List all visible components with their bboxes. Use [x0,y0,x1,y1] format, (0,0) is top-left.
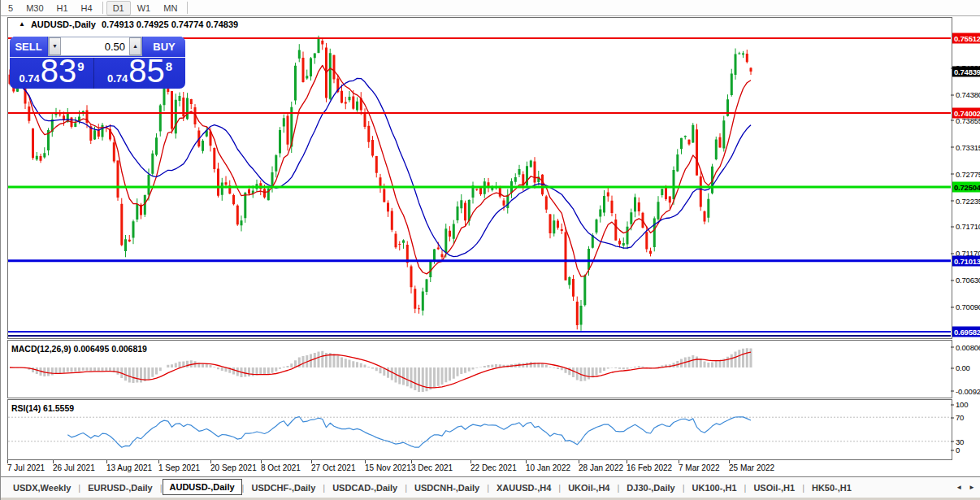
rsi-indicator-label: RSI(14) 61.5559 [11,403,74,413]
price-level-badge: 0.74002 [952,107,980,118]
tab-scroll-controls: ◄► [956,484,980,491]
trade-panel-prices: 0.74 83 9 0.74 85 8 [10,58,185,89]
date-axis-label: 10 Jan 2022 [526,463,570,472]
tab-ukoil-h4[interactable]: UKOil-,H4 [561,480,617,496]
macd-axis-tick: 0.008061 [956,342,980,351]
price-axis-tick: 0.71710 [956,222,980,231]
date-axis-label: 1 Sep 2021 [158,463,200,472]
price-level-badge: 0.69582 [952,326,980,337]
date-axis-label: 3 Dec 2021 [411,463,453,472]
price-level-badge: 0.71013 [952,255,980,266]
toolbar-separator [102,2,103,14]
price-axis-tick: 0.74380 [956,90,980,99]
price-axis-tick: 0.72235 [956,196,980,205]
rsi-pane [7,399,952,460]
collapse-chart-icon[interactable]: ▲ [19,20,25,28]
timeframe-m30[interactable]: M30 [20,1,50,15]
tab-uk100-h1[interactable]: UK100-,H1 [685,480,744,496]
sell-price[interactable]: 0.74 83 9 [10,58,93,89]
tab-audusd-daily[interactable]: AUDUSD-,Daily [163,479,242,495]
macd-indicator-label: MACD(12,26,9) 0.006495 0.006819 [11,344,147,354]
timeframe-h1[interactable]: H1 [50,1,75,15]
timeframe-h4[interactable]: H4 [75,1,99,15]
macd-axis-tick: 0.00 [956,363,970,372]
rsi-axis-tick: 100 [956,400,968,409]
chart-ohlc-values: 0.74913 0.74925 0.74774 0.74839 [102,20,238,29]
tab-usdcad-daily[interactable]: USDCAD-,Daily [325,480,405,496]
chart-tab-bar: USDX,Weekly|EURUSD-,Daily|AUDUSD-,Daily|… [1,476,980,498]
date-axis-label: 26 Jul 2021 [53,463,95,472]
timeframe-d1[interactable]: D1 [106,1,131,15]
rsi-axis-tick: 0 [956,446,960,454]
chart-symbol-label: AUDUSD-,Daily [31,20,96,29]
mt4-window: 5M30H1H4D1W1MN ▲ AUDUSD-,Daily 0.74913 0… [0,0,980,500]
timeframe-5[interactable]: 5 [2,1,20,15]
date-axis-label: 27 Oct 2021 [311,463,355,472]
date-axis-label: 7 Mar 2022 [679,463,720,472]
date-axis-label: 13 Aug 2021 [106,463,152,472]
date-axis-label: 8 Oct 2021 [261,463,301,472]
price-axis-tick: 0.70090 [956,302,980,311]
date-axis-label: 20 Sep 2021 [210,463,257,472]
macd-axis-tick: -0.00928 [956,386,980,395]
tab-hk50-h1[interactable]: HK50-,H1 [804,480,859,496]
tab-xauusd-h4[interactable]: XAUUSD-,H4 [489,480,558,496]
tab-usdx-weekly[interactable]: USDX,Weekly [6,480,78,496]
timeframe-w1[interactable]: W1 [131,1,158,15]
timeframe-mn[interactable]: MN [157,1,184,15]
date-axis-label: 25 Mar 2022 [729,463,774,472]
date-axis-label: 7 Jul 2021 [7,463,45,472]
date-axis-label: 22 Dec 2021 [470,463,517,472]
date-axis-label: 15 Nov 2021 [365,463,411,472]
tab-scroll-left-icon[interactable]: ◄ [956,484,962,491]
tab-usdcnh-daily[interactable]: USDCNH-,Daily [407,480,487,496]
tab-usdchf-daily[interactable]: USDCHF-,Daily [244,480,323,496]
price-level-badge: 0.74839 [952,67,980,77]
chart-title: ▲ AUDUSD-,Daily 0.74913 0.74925 0.74774 … [19,20,238,29]
tab-scroll-right-icon[interactable]: ► [969,484,975,491]
date-axis-label: 28 Jan 2022 [579,463,623,472]
toolbar-separator [187,2,188,14]
one-click-trading-panel: SELL ▼ ▲ BUY 0.74 83 9 0.74 85 8 [10,37,185,89]
rsi-axis-tick: 70 [956,413,964,422]
price-axis-tick: 0.73315 [956,142,980,151]
price-level-badge: 0.72504 [952,182,980,193]
price-axis-tick: 0.70630 [956,276,980,285]
date-axis-label: 16 Feb 2022 [627,463,672,472]
tab-usoil-h1[interactable]: USOil-,H1 [746,480,802,496]
price-axis-tick: 0.72775 [956,169,980,178]
timeframe-toolbar: 5M30H1H4D1W1MN [1,0,980,16]
price-level-badge: 0.75512 [952,33,980,44]
buy-price[interactable]: 0.74 85 8 [93,58,185,89]
tab-eurusd-daily[interactable]: EURUSD-,Daily [80,480,159,496]
tab-dj30-daily[interactable]: DJ30-,Daily [619,480,682,496]
macd-pane [7,340,952,398]
